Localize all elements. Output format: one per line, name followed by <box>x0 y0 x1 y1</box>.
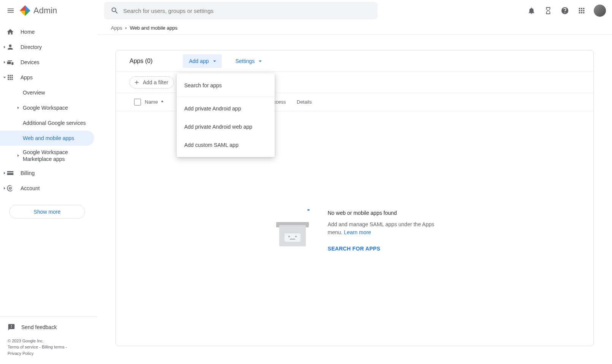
privacy-link[interactable]: Privacy Policy <box>8 351 33 356</box>
search-button[interactable] <box>107 3 122 18</box>
nav-label: Apps <box>21 74 33 80</box>
empty-box-icon <box>268 206 317 255</box>
chevron-right-icon <box>1 184 8 192</box>
empty-text: No web or mobile apps found Add and mana… <box>328 210 442 252</box>
card-header: Apps (0) Add app Settings <box>116 50 593 72</box>
main: Apps Web and mobile apps Apps (0) Add ap… <box>97 21 612 364</box>
show-more-label: Show more <box>34 209 61 215</box>
chevron-right-icon <box>124 26 128 30</box>
chevron-down-icon <box>1 74 8 81</box>
nav-label: Additional Google services <box>23 120 86 126</box>
apps-launcher-button[interactable] <box>574 3 589 18</box>
terms-link[interactable]: Terms of service <box>8 345 38 349</box>
search-for-apps-button[interactable]: SEARCH FOR APPS <box>328 246 442 252</box>
bell-icon <box>527 6 536 15</box>
menu-divider <box>177 97 275 97</box>
menu-add-private-android-app[interactable]: Add private Android app <box>177 99 275 118</box>
nav-label: Web and mobile apps <box>23 135 74 141</box>
add-app-menu: Search for apps Add private Android app … <box>177 73 275 157</box>
nav-directory[interactable]: Directory <box>0 39 94 55</box>
menu-add-private-android-web-app[interactable]: Add private Android web app <box>177 118 275 136</box>
search-input[interactable] <box>122 7 375 14</box>
menu-add-custom-saml-app[interactable]: Add custom SAML app <box>177 136 275 154</box>
select-all[interactable] <box>130 98 145 107</box>
help-button[interactable] <box>557 3 572 18</box>
chevron-right-icon <box>14 152 22 159</box>
empty-description: Add and manage SAML apps under the Apps … <box>328 221 442 236</box>
billing-terms-link[interactable]: Billing terms <box>42 345 65 349</box>
nav-home[interactable]: Home <box>0 24 94 39</box>
column-details[interactable]: Details <box>297 99 580 105</box>
empty-title: No web or mobile apps found <box>328 210 442 216</box>
nav-label: Overview <box>23 90 45 96</box>
top-bar: Admin <box>0 0 612 21</box>
menu-icon <box>6 6 15 15</box>
nav-apps-overview[interactable]: Overview <box>0 85 94 100</box>
legal-text: © 2023 Google Inc. Terms of service - Bi… <box>0 335 97 361</box>
copyright: © 2023 Google Inc. <box>8 339 44 343</box>
nav-apps[interactable]: Apps <box>0 70 94 85</box>
add-filter-chip[interactable]: Add a filter <box>130 76 174 88</box>
account-avatar[interactable] <box>594 5 606 17</box>
sidebar: Home Directory Devices Apps Overview Goo… <box>0 21 97 364</box>
chevron-right-icon <box>1 58 8 66</box>
nav-apps-google-workspace[interactable]: Google Workspace <box>0 100 94 115</box>
add-app-button[interactable]: Add app <box>183 54 221 68</box>
nav-apps-web-and-mobile[interactable]: Web and mobile apps <box>0 131 94 146</box>
select-all-checkbox[interactable] <box>134 99 141 106</box>
sidebar-footer: Send feedback © 2023 Google Inc. Terms o… <box>0 316 97 364</box>
nav-account[interactable]: Account <box>0 181 94 196</box>
breadcrumb-current: Web and mobile apps <box>130 25 178 31</box>
nav-apps-marketplace[interactable]: Google Workspace Marketplace apps <box>0 146 94 165</box>
brand-name: Admin <box>33 6 57 16</box>
feedback-label: Send feedback <box>21 324 57 330</box>
content: Apps (0) Add app Settings Add a filter <box>97 35 612 364</box>
chevron-right-icon <box>14 104 22 112</box>
plus-icon <box>134 79 140 85</box>
sort-asc-icon <box>160 99 165 105</box>
main-menu-button[interactable] <box>3 3 18 18</box>
settings-button[interactable]: Settings <box>229 54 268 68</box>
nav-label: Devices <box>21 59 40 65</box>
nav-label: Directory <box>21 44 42 50</box>
apps-grid-icon <box>577 6 586 15</box>
nav-label: Google Workspace Marketplace apps <box>23 149 90 162</box>
menu-search-for-apps[interactable]: Search for apps <box>177 76 275 95</box>
learn-more-link[interactable]: Learn more <box>344 229 371 235</box>
global-search[interactable] <box>104 2 378 19</box>
dropdown-icon <box>257 58 264 65</box>
help-icon <box>561 6 569 15</box>
nav-devices[interactable]: Devices <box>0 55 94 70</box>
settings-label: Settings <box>236 58 255 64</box>
home-icon <box>6 28 14 36</box>
card-title: Apps (0) <box>130 58 152 65</box>
brand-logo-icon <box>20 5 30 16</box>
dropdown-icon <box>211 58 218 65</box>
nav-label: Billing <box>21 170 35 176</box>
filter-label: Add a filter <box>143 79 168 85</box>
brand[interactable]: Admin <box>20 5 57 16</box>
search-icon <box>111 6 119 15</box>
tasks-button[interactable] <box>541 3 556 18</box>
chevron-right-icon <box>1 43 8 51</box>
feedback-icon <box>8 323 15 331</box>
breadcrumb-apps[interactable]: Apps <box>111 25 122 31</box>
apps-card: Apps (0) Add app Settings Add a filter <box>115 50 594 346</box>
show-more-button[interactable]: Show more <box>9 205 85 219</box>
nav-billing[interactable]: Billing <box>0 165 94 181</box>
chevron-right-icon <box>1 169 8 177</box>
nav-label: Account <box>21 185 40 191</box>
breadcrumb: Apps Web and mobile apps <box>97 21 612 35</box>
nav-apps-additional-services[interactable]: Additional Google services <box>0 115 94 131</box>
hourglass-icon <box>544 6 552 15</box>
add-app-label: Add app <box>189 58 209 64</box>
nav-label: Home <box>21 29 35 35</box>
nav-label: Google Workspace <box>23 105 68 111</box>
top-bar-actions <box>524 3 609 18</box>
notifications-button[interactable] <box>524 3 539 18</box>
send-feedback-button[interactable]: Send feedback <box>0 320 97 335</box>
